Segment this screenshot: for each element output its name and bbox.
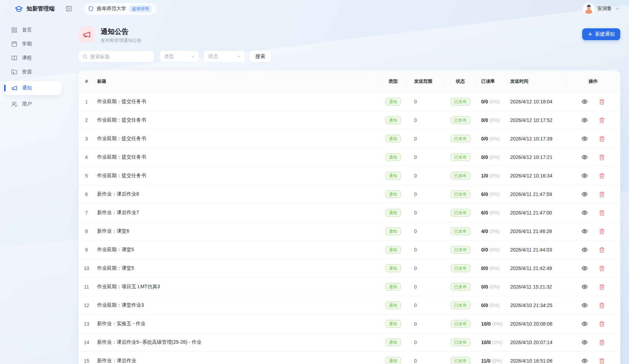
sidebar-item-label: 用户 [22,101,32,107]
eye-icon [581,99,588,105]
users-icon [11,101,17,107]
row-read-rate: 0/0(0%) [477,265,507,271]
table-row: 13 新作业：实验五 - 作业 通知 0 已发布 10/0(0%) 2026/4… [79,315,620,333]
delete-button[interactable] [598,357,606,364]
view-button[interactable] [581,135,588,143]
type-badge: 通知 [385,338,401,346]
table-header-row: # 标题 类型 发送范围 状态 已读率 发送时间 操作 [79,70,620,93]
trash-icon [599,136,605,142]
delete-button[interactable] [598,339,606,346]
panel-left-close-icon [65,5,72,12]
delete-button[interactable] [598,117,606,124]
eye-icon [581,136,588,142]
row-send-time: 2026/4/11 21:47:00 [507,210,566,216]
trash-icon [599,173,605,179]
delete-button[interactable] [598,154,606,161]
delete-button[interactable] [598,320,606,328]
row-send-time: 2026/4/11 21:47:59 [507,191,566,197]
row-title: 作业延期：课堂作业3 [94,302,379,308]
status-badge: 已发布 [451,264,470,272]
status-select[interactable]: 状态 [204,51,245,62]
status-badge: 已发布 [451,301,470,309]
view-button[interactable] [581,338,588,346]
eye-icon [581,302,588,308]
trash-icon [599,154,605,160]
table-row: 15 新作业：课后作业 通知 0 已发布 11/0(0%) 2026/4/10 … [79,352,620,364]
table-row: 4 作业延期：提交任务书 通知 0 已发布 0/0(0%) 2026/4/12 … [79,148,620,167]
trash-icon [599,117,605,123]
row-scope: 0 [407,154,444,160]
sidebar-item-resources[interactable]: 资源 [4,66,62,78]
search-input[interactable] [90,54,150,59]
table-row: 9 作业延期：课堂5 通知 0 已发布 0/0(0%) 2026/4/11 21… [79,241,620,259]
view-button[interactable] [581,153,588,161]
header-scope: 发送范围 [407,78,444,85]
delete-button[interactable] [598,172,606,180]
table-row: 7 新作业：课后作业7 通知 0 已发布 6/0(0%) 2026/4/11 2… [79,204,620,222]
sidebar-item-courses[interactable]: 课程 [4,52,62,64]
delete-button[interactable] [598,228,606,235]
view-button[interactable] [581,116,588,124]
trash-icon [599,210,605,216]
delete-button[interactable] [598,302,606,309]
row-send-time: 2026/4/10 20:08:06 [507,321,566,327]
delete-button[interactable] [598,283,606,291]
table-row: 8 新作业：课堂6 通知 0 已发布 4/0(0%) 2026/4/11 21:… [79,222,620,241]
sidebar-item-home[interactable]: 首页 [4,24,62,36]
view-button[interactable] [581,301,588,309]
user-menu[interactable]: 安润鲁 [584,3,620,14]
delete-button[interactable] [598,209,606,217]
view-button[interactable] [581,227,588,235]
row-actions [566,320,620,328]
view-button[interactable] [581,357,588,364]
type-select[interactable]: 类型 [160,51,199,62]
row-send-time: 2026/4/10 18:51:06 [507,358,566,364]
new-notice-button[interactable]: 新建通知 [582,28,620,40]
user-name: 安润鲁 [597,6,612,12]
type-badge: 通知 [385,98,401,105]
sidebar-item-notifications[interactable]: 通知 [4,81,62,95]
row-index: 3 [79,136,94,141]
view-button[interactable] [581,320,588,328]
main-content: 通知公告 发布和管理通知公告 新建通知 [66,17,629,364]
eye-icon [581,117,588,123]
eye-icon [581,228,588,234]
row-index: 9 [79,247,94,253]
delete-button[interactable] [598,191,606,198]
trash-icon [599,99,605,105]
table-body: 1 作业延期：提交任务书 通知 0 已发布 0/0(0%) 2026/4/12 … [79,93,620,364]
delete-button[interactable] [598,265,606,272]
trash-icon [599,321,605,327]
view-button[interactable] [581,246,588,254]
eye-icon [581,284,588,290]
app-logo: 知新管理端 [15,5,59,13]
row-scope: 0 [407,358,444,364]
search-button[interactable]: 搜索 [250,51,271,62]
chevron-down-icon [237,54,241,59]
sidebar-collapse-button[interactable] [64,3,74,14]
app-title: 知新管理端 [27,5,55,13]
row-index: 2 [79,117,94,123]
table-row: 5 作业延期：提交任务书 通知 0 已发布 1/0(0%) 2026/4/12 … [79,167,620,185]
view-button[interactable] [581,283,588,291]
org-name: 曲阜师范大学 [97,6,126,12]
delete-button[interactable] [598,98,606,105]
org-selector[interactable]: 曲阜师范大学 超级管理 [84,3,157,15]
delete-button[interactable] [598,135,606,143]
row-read-rate: 0/0(0%) [477,117,507,123]
row-index: 5 [79,173,94,179]
delete-button[interactable] [598,246,606,254]
view-button[interactable] [581,209,588,217]
status-badge: 已发布 [451,190,470,198]
sidebar-item-users[interactable]: 用户 [4,98,62,110]
chevron-down-icon [615,6,620,11]
view-button[interactable] [581,264,588,272]
view-button[interactable] [581,172,588,180]
sidebar-item-semester[interactable]: 学期 [4,38,62,50]
search-input-wrap [79,51,154,62]
row-send-time: 2026/4/11 15:21:32 [507,284,566,290]
view-button[interactable] [581,190,588,198]
graduation-cap-icon [15,5,23,13]
view-button[interactable] [581,98,588,105]
row-actions [566,135,620,143]
